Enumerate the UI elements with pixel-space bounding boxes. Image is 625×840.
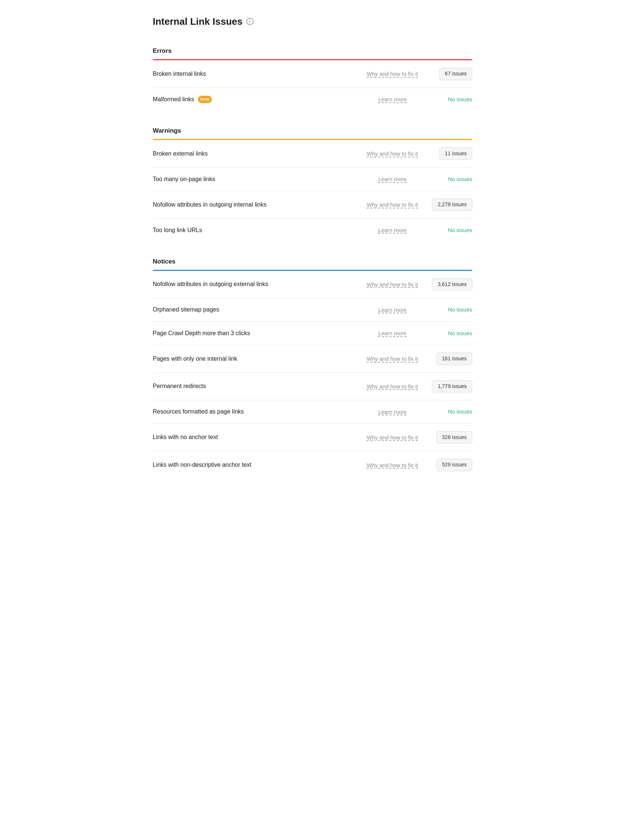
issue-count[interactable]: 3,612 issues <box>432 278 472 291</box>
issue-row: Links with no anchor textWhy and how to … <box>153 424 472 452</box>
count-badge[interactable]: 1,779 issues <box>432 380 472 393</box>
issue-count[interactable]: 2,278 issues <box>432 198 472 211</box>
page-title-section: Internal Link Issues i <box>153 15 472 28</box>
issue-count: No issues <box>432 226 472 234</box>
no-issues-text: No issues <box>448 176 472 182</box>
issue-name: Nofollow attributes in outgoing internal… <box>153 201 353 209</box>
issue-name: Resources formatted as page links <box>153 408 353 416</box>
no-issues-text: No issues <box>448 96 472 102</box>
issue-name-text: Links with no anchor text <box>153 433 218 441</box>
issue-name: Nofollow attributes in outgoing external… <box>153 280 353 288</box>
issue-row: Malformed linksbetaLearn moreNo issues <box>153 88 472 111</box>
issue-name-text: Broken external links <box>153 150 208 158</box>
section-warnings: WarningsBroken external linksWhy and how… <box>153 120 472 242</box>
count-badge[interactable]: 328 issues <box>436 431 472 444</box>
count-badge[interactable]: 67 issues <box>439 68 472 80</box>
issue-row: Links with non-descriptive anchor textWh… <box>153 451 472 479</box>
issue-count: No issues <box>432 329 472 338</box>
learn-more-link[interactable]: Learn more <box>359 408 426 416</box>
issue-row: Page Crawl Depth more than 3 clicksLearn… <box>153 322 472 345</box>
section-title-warnings: Warnings <box>153 126 472 135</box>
why-fix-link[interactable]: Why and how to fix it <box>359 434 426 441</box>
section-header-notices: Notices <box>153 251 472 270</box>
why-fix-link[interactable]: Why and how to fix it <box>359 150 426 157</box>
no-issues-text: No issues <box>448 306 472 313</box>
section-title-errors: Errors <box>153 46 472 56</box>
issue-name: Links with no anchor text <box>153 433 353 441</box>
count-badge[interactable]: 161 issues <box>436 353 472 365</box>
issue-name: Page Crawl Depth more than 3 clicks <box>153 329 353 338</box>
issue-row: Orphaned sitemap pagesLearn moreNo issue… <box>153 298 472 321</box>
why-fix-link[interactable]: Why and how to fix it <box>359 383 426 390</box>
issue-count[interactable]: 67 issues <box>432 68 472 80</box>
issue-count: No issues <box>432 305 472 314</box>
issue-count[interactable]: 1,779 issues <box>432 380 472 393</box>
issue-count[interactable]: 328 issues <box>432 431 472 444</box>
issue-row: Nofollow attributes in outgoing external… <box>153 271 472 299</box>
why-fix-link[interactable]: Why and how to fix it <box>359 461 426 469</box>
issue-name: Permanent redirects <box>153 382 353 390</box>
section-gap <box>153 111 472 120</box>
issue-row: Permanent redirectsWhy and how to fix it… <box>153 373 472 401</box>
learn-more-link[interactable]: Learn more <box>359 226 426 234</box>
no-issues-text: No issues <box>448 330 472 336</box>
issue-count: No issues <box>432 175 472 183</box>
issue-name: Malformed linksbeta <box>153 95 353 104</box>
learn-more-link[interactable]: Learn more <box>359 175 426 183</box>
section-header-errors: Errors <box>153 40 472 59</box>
section-errors: ErrorsBroken internal linksWhy and how t… <box>153 40 472 111</box>
issue-name-text: Too many on-page links <box>153 175 215 183</box>
issue-name-text: Nofollow attributes in outgoing internal… <box>153 201 267 209</box>
issue-name: Orphaned sitemap pages <box>153 305 353 314</box>
issue-name-text: Nofollow attributes in outgoing external… <box>153 280 268 288</box>
issue-name-text: Malformed links <box>153 95 194 104</box>
issue-name: Too long link URLs <box>153 226 353 234</box>
sections-container: ErrorsBroken internal linksWhy and how t… <box>153 40 472 478</box>
page-title-text: Internal Link Issues <box>153 15 243 28</box>
issue-name-text: Pages with only one internal link <box>153 355 238 363</box>
issue-name: Links with non-descriptive anchor text <box>153 461 353 469</box>
issue-count[interactable]: 161 issues <box>432 353 472 365</box>
count-badge[interactable]: 2,278 issues <box>432 198 472 211</box>
why-fix-link[interactable]: Why and how to fix it <box>359 70 426 77</box>
issue-count: No issues <box>432 408 472 416</box>
learn-more-link[interactable]: Learn more <box>359 95 426 103</box>
no-issues-text: No issues <box>448 408 472 415</box>
issue-row: Resources formatted as page linksLearn m… <box>153 400 472 423</box>
issue-name-text: Broken internal links <box>153 70 206 78</box>
issue-row: Pages with only one internal linkWhy and… <box>153 345 472 373</box>
main-container: Internal Link Issues i ErrorsBroken inte… <box>135 0 490 493</box>
why-fix-link[interactable]: Why and how to fix it <box>359 281 426 288</box>
why-fix-link[interactable]: Why and how to fix it <box>359 355 426 363</box>
learn-more-link[interactable]: Learn more <box>359 306 426 314</box>
issue-name: Broken internal links <box>153 70 353 78</box>
issue-row: Nofollow attributes in outgoing internal… <box>153 191 472 219</box>
issue-name: Too many on-page links <box>153 175 353 183</box>
issue-count[interactable]: 529 issues <box>432 459 472 471</box>
issue-name-text: Page Crawl Depth more than 3 clicks <box>153 329 250 338</box>
issue-row: Too many on-page linksLearn moreNo issue… <box>153 168 472 191</box>
issue-count[interactable]: 11 issues <box>432 147 472 160</box>
beta-badge: beta <box>198 96 212 103</box>
count-badge[interactable]: 529 issues <box>436 459 472 471</box>
issue-name-text: Permanent redirects <box>153 382 206 390</box>
no-issues-text: No issues <box>448 227 472 233</box>
count-badge[interactable]: 3,612 issues <box>432 278 472 291</box>
issue-count: No issues <box>432 95 472 104</box>
section-title-notices: Notices <box>153 257 472 266</box>
issue-name: Broken external links <box>153 150 353 158</box>
section-gap <box>153 242 472 251</box>
issue-name-text: Too long link URLs <box>153 226 202 234</box>
issue-name-text: Resources formatted as page links <box>153 408 244 416</box>
count-badge[interactable]: 11 issues <box>439 147 472 160</box>
info-icon[interactable]: i <box>246 18 254 25</box>
issue-name-text: Orphaned sitemap pages <box>153 305 219 314</box>
issue-row: Broken external linksWhy and how to fix … <box>153 140 472 168</box>
issue-row: Broken internal linksWhy and how to fix … <box>153 60 472 88</box>
issue-name-text: Links with non-descriptive anchor text <box>153 461 252 469</box>
issue-name: Pages with only one internal link <box>153 355 353 363</box>
section-header-warnings: Warnings <box>153 120 472 139</box>
why-fix-link[interactable]: Why and how to fix it <box>359 201 426 208</box>
issue-row: Too long link URLsLearn moreNo issues <box>153 219 472 242</box>
learn-more-link[interactable]: Learn more <box>359 329 426 337</box>
